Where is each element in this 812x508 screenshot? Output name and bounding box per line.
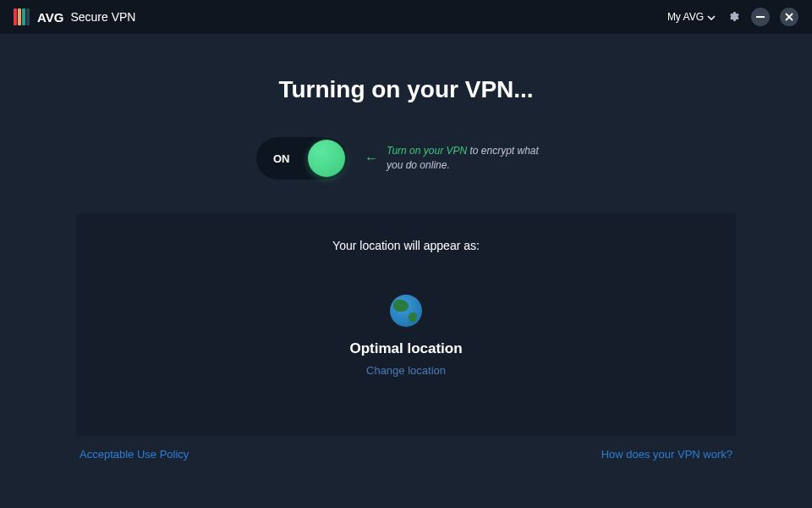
change-location-link[interactable]: Change location	[93, 364, 719, 377]
main-content: Turning on your VPN... ON ← Turn on your…	[0, 34, 812, 461]
how-vpn-works-link[interactable]: How does your VPN work?	[601, 448, 732, 461]
page-title: Turning on your VPN...	[76, 76, 736, 103]
acceptable-use-link[interactable]: Acceptable Use Policy	[80, 448, 189, 461]
settings-button[interactable]	[726, 9, 741, 25]
my-avg-dropdown[interactable]: My AVG	[667, 11, 716, 23]
avg-logo-icon	[14, 8, 30, 25]
close-icon	[785, 13, 793, 21]
title-bar: AVG Secure VPN My AVG	[0, 0, 812, 34]
chevron-down-icon	[707, 11, 716, 23]
brand-name: AVG	[37, 10, 63, 25]
toggle-knob	[308, 140, 345, 177]
product-name: Secure VPN	[70, 10, 135, 24]
vpn-hint: ← Turn on your VPN to encrypt what you d…	[365, 144, 556, 173]
my-avg-label: My AVG	[667, 11, 704, 23]
close-button[interactable]	[780, 8, 798, 26]
gear-icon	[727, 10, 740, 24]
current-location: Optimal location	[93, 340, 719, 357]
minimize-icon	[756, 16, 765, 18]
footer-links: Acceptable Use Policy How does your VPN …	[76, 448, 736, 461]
globe-icon	[390, 295, 422, 327]
svg-rect-0	[756, 16, 765, 18]
title-bar-left: AVG Secure VPN	[14, 8, 135, 25]
hint-highlight: Turn on your VPN	[387, 145, 467, 157]
vpn-toggle[interactable]: ON	[256, 137, 348, 179]
hint-text: Turn on your VPN to encrypt what you do …	[387, 144, 556, 173]
minimize-button[interactable]	[751, 8, 770, 26]
arrow-left-icon: ←	[365, 151, 378, 166]
toggle-state-label: ON	[273, 152, 290, 165]
title-bar-right: My AVG	[667, 8, 798, 26]
location-panel-title: Your location will appear as:	[93, 239, 719, 252]
vpn-toggle-row: ON ← Turn on your VPN to encrypt what yo…	[76, 137, 736, 179]
location-panel: Your location will appear as: Optimal lo…	[76, 213, 736, 436]
